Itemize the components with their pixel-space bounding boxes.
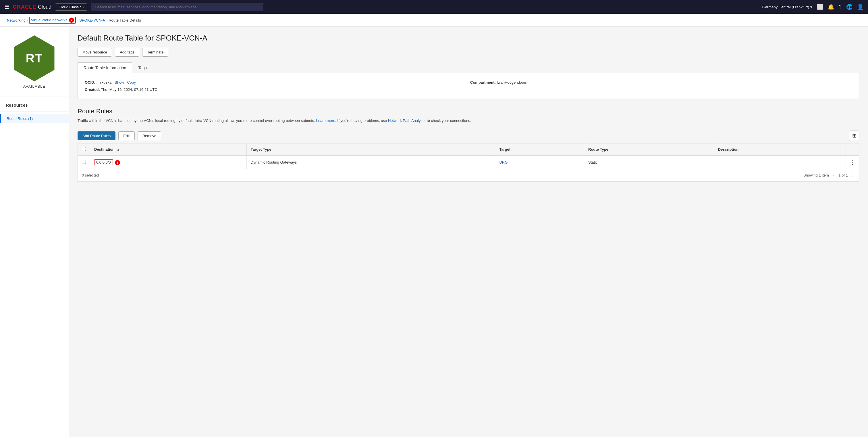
- network-path-analyzer-link[interactable]: Network Path Analyzer: [388, 118, 426, 123]
- user-avatar[interactable]: 👤: [857, 4, 863, 10]
- next-page-button[interactable]: ›: [850, 172, 855, 178]
- grid-icon: ⊞: [852, 133, 857, 139]
- add-route-rules-button[interactable]: Add Route Rules: [78, 132, 116, 140]
- oracle-text: ORACLE: [13, 4, 36, 10]
- created-label: Created:: [85, 87, 100, 92]
- pagination: Showing 1 item ‹ 1 of 1 ›: [803, 172, 855, 178]
- breadcrumb: Networking › Virtual cloud networks 2 › …: [0, 14, 868, 27]
- edit-button[interactable]: Edit: [118, 132, 134, 140]
- remove-button[interactable]: Remove: [137, 132, 161, 140]
- created-value: Thu, May 16, 2024, 07:16:21 UTC: [101, 87, 157, 92]
- created-row: Created: Thu, May 16, 2024, 07:16:21 UTC: [85, 87, 467, 92]
- row-destination: 0.0.0.0/0 1: [90, 155, 247, 169]
- tab-tags[interactable]: Tags: [132, 62, 153, 73]
- breadcrumb-spoke-vcn-a[interactable]: SPOKE-VCN-A: [79, 18, 105, 23]
- sidebar-item-route-rules[interactable]: Route Rules (1): [0, 114, 69, 123]
- breadcrumb-vcn-highlight: Virtual cloud networks 2: [29, 17, 76, 24]
- info-left: OCID: ...7xu3ka Show Copy Created: Thu, …: [85, 80, 467, 92]
- destination-value: 0.0.0.0/0: [94, 159, 113, 165]
- hamburger-menu-icon[interactable]: ☰: [5, 4, 9, 10]
- oracle-logo: ORACLE Cloud: [13, 4, 52, 10]
- tabs-container: Route Table Information Tags: [78, 62, 859, 73]
- col-destination[interactable]: Destination ▲: [90, 143, 247, 155]
- col-actions: [846, 143, 859, 155]
- cloud-text: Cloud: [38, 4, 52, 10]
- content-area: Default Route Table for SPOKE-VCN-A Move…: [69, 27, 868, 437]
- vcn-badge: 2: [69, 18, 74, 23]
- info-grid: OCID: ...7xu3ka Show Copy Created: Thu, …: [85, 80, 852, 92]
- destination-badge: 1: [115, 160, 120, 165]
- breadcrumb-current: Route Table Details: [108, 18, 141, 23]
- breadcrumb-sep-3: ›: [106, 18, 107, 23]
- cloud-classic-button[interactable]: Cloud Classic ›: [55, 3, 87, 11]
- breadcrumb-networking[interactable]: Networking: [7, 18, 26, 23]
- globe-icon[interactable]: 🌐: [846, 4, 852, 10]
- resource-icon-container: RT: [14, 35, 55, 81]
- selected-count: 0 selected: [82, 173, 99, 177]
- row-actions-col: ⋮: [846, 155, 859, 169]
- row-target: DRG: [495, 155, 584, 169]
- resource-hexagon: RT: [14, 35, 55, 81]
- ocid-row: OCID: ...7xu3ka Show Copy: [85, 80, 467, 85]
- info-right: Compartment: IwanHoogendoorn: [470, 80, 852, 92]
- region-selector[interactable]: Germany Central (Frankfurt) ▾: [762, 5, 812, 9]
- sidebar-section-title: Resources: [0, 99, 69, 109]
- copy-ocid-link[interactable]: Copy: [127, 80, 135, 85]
- table-help-button[interactable]: ⊞: [849, 130, 859, 141]
- top-navigation: ☰ ORACLE Cloud Cloud Classic › Germany C…: [0, 0, 868, 14]
- breadcrumb-sep-1: ›: [27, 18, 28, 23]
- col-description[interactable]: Description: [714, 143, 846, 155]
- sidebar-divider-2: [0, 112, 69, 112]
- compartment-row: Compartment: IwanHoogendoorn: [470, 80, 852, 85]
- page-toolbar: Move resource Add tags Terminate: [78, 48, 859, 57]
- sidebar: RT AVAILABLE Resources Route Rules (1): [0, 27, 69, 437]
- learn-more-link[interactable]: Learn more.: [316, 118, 336, 123]
- row-checkbox[interactable]: [82, 160, 86, 164]
- route-rules-description: Traffic within the VCN is handled by the…: [78, 118, 859, 124]
- page-title: Default Route Table for SPOKE-VCN-A: [78, 34, 859, 42]
- table-row: 0.0.0.0/0 1 Dynamic Routing Gateways DRG…: [78, 155, 859, 169]
- sidebar-divider: [0, 96, 69, 97]
- col-target[interactable]: Target: [495, 143, 584, 155]
- select-all-checkbox[interactable]: [82, 147, 86, 151]
- prev-page-button[interactable]: ‹: [831, 172, 836, 178]
- page-info: 1 of 1: [838, 173, 848, 177]
- resource-icon-letters: RT: [26, 52, 43, 65]
- breadcrumb-virtual-cloud-networks[interactable]: Virtual cloud networks: [31, 18, 67, 22]
- compartment-label: Compartment:: [470, 80, 496, 85]
- route-rules-title: Route Rules: [78, 108, 859, 115]
- tab-route-table-information[interactable]: Route Table Information: [78, 62, 132, 73]
- col-target-type[interactable]: Target Type: [246, 143, 495, 155]
- row-actions-menu[interactable]: ⋮: [850, 159, 855, 165]
- show-ocid-link[interactable]: Show: [115, 80, 124, 85]
- table-toolbar: Add Route Rules Edit Remove ⊞: [78, 128, 859, 143]
- sidebar-icon-area: RT AVAILABLE: [0, 32, 69, 94]
- sort-icon-destination: ▲: [117, 148, 120, 151]
- showing-text: Showing 1 item: [803, 173, 829, 177]
- add-tags-button[interactable]: Add tags: [115, 48, 139, 57]
- row-route-type: Static: [584, 155, 714, 169]
- move-resource-button[interactable]: Move resource: [78, 48, 112, 57]
- monitor-icon[interactable]: ⬜: [817, 4, 823, 10]
- breadcrumb-sep-2: ›: [77, 18, 78, 23]
- drg-link[interactable]: DRG: [499, 160, 507, 165]
- compartment-value: IwanHoogendoorn: [497, 80, 527, 85]
- row-description: [714, 155, 846, 169]
- help-icon[interactable]: ?: [839, 4, 842, 10]
- ocid-label: OCID:: [85, 80, 95, 85]
- table-header-row: Destination ▲ Target Type Target Route T…: [78, 143, 859, 155]
- ocid-value: ...7xu3ka: [96, 80, 112, 85]
- terminate-button[interactable]: Terminate: [142, 48, 168, 57]
- row-checkbox-col: [78, 155, 90, 169]
- bell-icon[interactable]: 🔔: [828, 4, 834, 10]
- global-search-input[interactable]: [91, 3, 263, 11]
- main-layout: RT AVAILABLE Resources Route Rules (1) D…: [0, 27, 868, 437]
- table-footer: 0 selected Showing 1 item ‹ 1 of 1 ›: [78, 169, 859, 182]
- info-panel: OCID: ...7xu3ka Show Copy Created: Thu, …: [78, 73, 859, 99]
- select-all-col: [78, 143, 90, 155]
- col-route-type[interactable]: Route Type: [584, 143, 714, 155]
- row-target-type: Dynamic Routing Gateways: [246, 155, 495, 169]
- resource-status: AVAILABLE: [23, 84, 45, 89]
- nav-right-controls: Germany Central (Frankfurt) ▾ ⬜ 🔔 ? 🌐 👤: [762, 4, 863, 10]
- route-rules-table: Destination ▲ Target Type Target Route T…: [78, 143, 859, 169]
